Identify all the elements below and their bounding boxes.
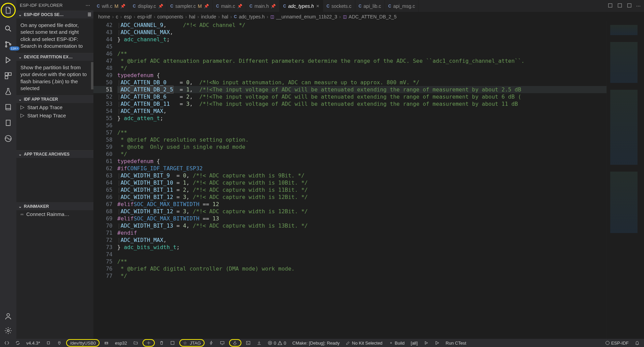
breadcrumb-segment[interactable]: components: [157, 14, 183, 19]
svg-rect-12: [618, 4, 622, 8]
status-debug-play[interactable]: [422, 339, 430, 347]
tab-sampler-c[interactable]: Csampler.cM📌: [167, 0, 213, 12]
breadcrumb-segment[interactable]: adc_types.h: [239, 14, 265, 19]
tab-wifi-c[interactable]: Cwifi.cM📌: [93, 0, 129, 12]
sync-icon[interactable]: [14, 339, 22, 347]
svg-rect-4: [5, 73, 8, 75]
tab-label: api_msg.c: [393, 3, 415, 9]
plug-icon[interactable]: [55, 339, 63, 347]
svg-rect-14: [47, 342, 50, 344]
status-port[interactable]: /dev/ttyUSB0: [66, 339, 100, 347]
scrollbar-thumb[interactable]: [91, 62, 93, 89]
breadcrumb-segment[interactable]: hal: [189, 14, 195, 19]
status-kit[interactable]: No Kit Selected: [344, 339, 384, 347]
pin-icon[interactable]: 📌: [204, 4, 209, 9]
section-docs-search[interactable]: ESP-IDF DOCS SE… ☰: [16, 11, 93, 18]
close-icon[interactable]: ✕: [316, 4, 319, 9]
section-rainmaker[interactable]: RAINMAKER: [16, 202, 93, 210]
tab-main-c[interactable]: Cmain.c📌: [213, 0, 246, 12]
status-version[interactable]: v4.4.3*: [25, 339, 42, 347]
breadcrumb-segment[interactable]: ADC_ATTEN_DB_2_5: [349, 14, 397, 19]
remote-icon[interactable]: [3, 339, 11, 347]
trash-icon[interactable]: [158, 339, 166, 347]
list-icon[interactable]: ☰: [88, 12, 91, 17]
folder-icon[interactable]: [132, 339, 140, 347]
status-ctest[interactable]: Run CTest: [444, 339, 468, 347]
section-partition[interactable]: DEVICE PARTITION EX…: [16, 53, 93, 61]
pin-icon[interactable]: 📌: [237, 4, 242, 9]
pin-icon[interactable]: 📌: [158, 4, 163, 9]
status-jtag[interactable]: ☆JTAG: [179, 339, 205, 347]
section-archives[interactable]: APP TRACE ARCHIVES: [16, 150, 93, 158]
c-file-icon: C: [216, 4, 219, 9]
more-icon[interactable]: ⋯: [86, 3, 90, 8]
breadcrumb-segment[interactable]: esp: [124, 14, 132, 19]
svg-rect-7: [6, 120, 10, 126]
target-icon[interactable]: [102, 339, 110, 347]
breadcrumb-segment[interactable]: include: [201, 14, 216, 19]
breadcrumbs[interactable]: home›c›esp›esp-idf›components›hal›includ…: [93, 12, 644, 21]
partition-body: Show the partition list from your device…: [16, 61, 93, 95]
tab-api_lib-c[interactable]: Capi_lib.c: [355, 0, 385, 12]
tab-main-h[interactable]: Cmain.h📌: [246, 0, 280, 12]
split-icon[interactable]: [617, 3, 623, 9]
source-control-icon[interactable]: 11K+: [3, 40, 13, 49]
explorer-icon[interactable]: [1, 3, 16, 18]
flask-icon[interactable]: [3, 87, 13, 96]
fire-icon[interactable]: [229, 339, 241, 347]
start-heap-trace[interactable]: ▷Start Heap Trace: [16, 111, 93, 119]
chevron-right-icon: ›: [134, 14, 135, 19]
connect-rainmaker[interactable]: ⎓Connect Rainma…: [16, 210, 93, 218]
code-editor[interactable]: | ADC_CHANNEL_9, /*!< ADC channel */| AD…: [117, 21, 606, 339]
extensions-icon[interactable]: [3, 71, 13, 81]
layout-icon[interactable]: [627, 3, 632, 9]
flash-icon[interactable]: [207, 339, 215, 347]
status-target[interactable]: esp32: [113, 339, 129, 347]
rainmaker-icon[interactable]: [3, 134, 13, 143]
terminal-icon[interactable]: [244, 339, 252, 347]
status-problems[interactable]: 0 0: [266, 339, 288, 347]
chip-icon[interactable]: [44, 339, 53, 347]
tab-label: api_lib.c: [363, 3, 381, 9]
monitor-icon[interactable]: [218, 339, 226, 347]
enum-icon: ◫: [343, 14, 347, 19]
minimap[interactable]: [606, 21, 644, 339]
compare-icon[interactable]: [608, 3, 613, 9]
download-icon[interactable]: [255, 339, 263, 347]
breadcrumb-segment[interactable]: home: [98, 14, 110, 19]
section-app-tracer[interactable]: IDF APP TRACER: [16, 95, 93, 103]
status-build[interactable]: Build: [387, 339, 406, 347]
tab-adc_types-h[interactable]: Cadc_types.h✕: [280, 0, 323, 12]
svg-point-21: [390, 342, 392, 344]
pin-icon[interactable]: 📌: [271, 4, 276, 9]
status-espidf[interactable]: ESP-IDF: [603, 339, 630, 347]
breadcrumb-segment[interactable]: hal: [222, 14, 228, 19]
run-debug-icon[interactable]: [3, 55, 13, 65]
status-target-all[interactable]: [all]: [409, 339, 419, 347]
book-icon[interactable]: [3, 102, 13, 112]
chevron-right-icon: ›: [185, 14, 187, 19]
status-gear[interactable]: [143, 339, 155, 347]
start-app-trace[interactable]: ▷Start App Trace: [16, 103, 93, 111]
device-icon[interactable]: [3, 118, 13, 128]
svg-rect-15: [105, 342, 108, 344]
status-cmake[interactable]: CMake: [Debug]: Ready: [291, 339, 342, 347]
tab-sockets-c[interactable]: Csockets.c: [323, 0, 355, 12]
breadcrumb-segment[interactable]: __unnamed_enum_11b22_3: [276, 14, 337, 19]
gear-icon[interactable]: [3, 326, 13, 335]
chevron-right-icon: ›: [267, 14, 268, 19]
breadcrumb-segment[interactable]: c: [116, 14, 118, 19]
account-icon[interactable]: [3, 312, 13, 321]
tab-display-c[interactable]: Cdisplay.c📌: [129, 0, 167, 12]
build-icon[interactable]: [168, 339, 177, 347]
status-run-play[interactable]: [433, 339, 441, 347]
pin-icon[interactable]: 📌: [120, 4, 125, 9]
tab-api_msg-c[interactable]: Capi_msg.c: [385, 0, 419, 12]
c-file-icon: C: [388, 4, 391, 9]
search-icon[interactable]: [3, 24, 13, 33]
tab-label: main.c: [221, 3, 235, 9]
breadcrumb-segment[interactable]: esp-idf: [137, 14, 152, 19]
status-bell-icon[interactable]: [633, 339, 641, 347]
more-icon[interactable]: ⋯: [636, 3, 641, 9]
svg-point-3: [10, 44, 11, 45]
